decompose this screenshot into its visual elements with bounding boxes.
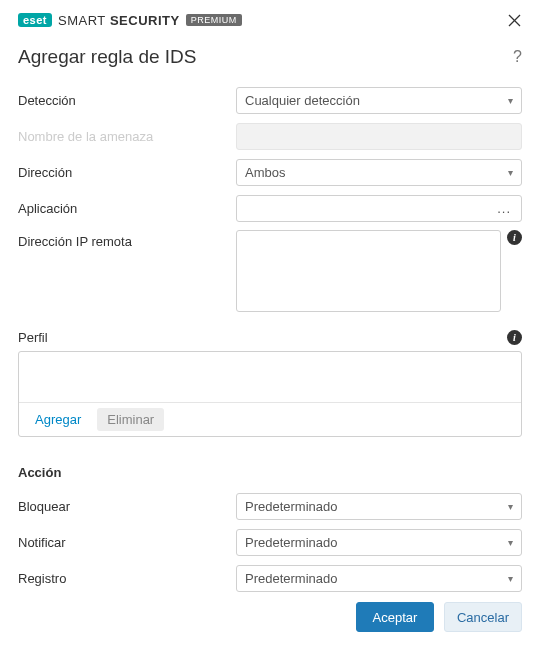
label-profile: Perfil xyxy=(18,330,48,345)
brand-text: SMART SECURITY xyxy=(58,13,180,28)
chevron-down-icon: ▾ xyxy=(508,501,513,512)
dialog-window: eset SMART SECURITY PREMIUM Agregar regl… xyxy=(0,0,540,650)
label-log: Registro xyxy=(18,571,236,586)
select-notify-value: Predeterminado xyxy=(245,535,338,550)
chevron-down-icon: ▾ xyxy=(508,573,513,584)
input-application[interactable]: ... xyxy=(236,195,522,222)
profile-list[interactable] xyxy=(19,352,521,402)
profile-box: Agregar Eliminar xyxy=(18,351,522,437)
select-notify[interactable]: Predeterminado ▾ xyxy=(236,529,522,556)
row-block: Bloquear Predeterminado ▾ xyxy=(18,492,522,520)
row-detection: Detección Cualquier detección ▾ xyxy=(18,86,522,114)
dialog-footer: Aceptar Cancelar xyxy=(0,588,540,650)
row-threat-name: Nombre de la amenaza xyxy=(18,122,522,150)
select-block[interactable]: Predeterminado ▾ xyxy=(236,493,522,520)
dialog-content: Detección Cualquier detección ▾ Nombre d… xyxy=(0,86,540,592)
delete-button[interactable]: Eliminar xyxy=(97,408,164,431)
textarea-remote-ip[interactable] xyxy=(236,230,501,312)
dialog-title: Agregar regla de IDS xyxy=(18,46,197,68)
info-icon[interactable]: i xyxy=(507,330,522,345)
close-icon[interactable] xyxy=(502,8,526,32)
select-detection-value: Cualquier detección xyxy=(245,93,360,108)
select-direction[interactable]: Ambos ▾ xyxy=(236,159,522,186)
select-log-value: Predeterminado xyxy=(245,571,338,586)
label-application: Aplicación xyxy=(18,201,236,216)
brand-security: SECURITY xyxy=(110,13,180,28)
brand-smart: SMART xyxy=(58,13,106,28)
add-button[interactable]: Agregar xyxy=(25,408,91,431)
titlebar: eset SMART SECURITY PREMIUM xyxy=(0,0,540,36)
section-action-title: Acción xyxy=(18,465,522,480)
label-direction: Dirección xyxy=(18,165,236,180)
help-icon[interactable]: ? xyxy=(513,48,522,66)
label-threat-name: Nombre de la amenaza xyxy=(18,129,236,144)
chevron-down-icon: ▾ xyxy=(508,167,513,178)
row-notify: Notificar Predeterminado ▾ xyxy=(18,528,522,556)
chevron-down-icon: ▾ xyxy=(508,537,513,548)
label-detection: Detección xyxy=(18,93,236,108)
profile-actions: Agregar Eliminar xyxy=(19,402,521,436)
cancel-button[interactable]: Cancelar xyxy=(444,602,522,632)
label-remote-ip: Dirección IP remota xyxy=(18,230,236,249)
row-direction: Dirección Ambos ▾ xyxy=(18,158,522,186)
more-icon[interactable]: ... xyxy=(497,201,513,216)
label-notify: Notificar xyxy=(18,535,236,550)
row-application: Aplicación ... xyxy=(18,194,522,222)
info-icon[interactable]: i xyxy=(507,230,522,245)
row-profile-label: Perfil i xyxy=(18,330,522,345)
brand-logo: eset xyxy=(18,13,52,27)
input-threat-name xyxy=(236,123,522,150)
accept-button[interactable]: Aceptar xyxy=(356,602,434,632)
select-direction-value: Ambos xyxy=(245,165,285,180)
chevron-down-icon: ▾ xyxy=(508,95,513,106)
brand-badge: PREMIUM xyxy=(186,14,242,26)
select-block-value: Predeterminado xyxy=(245,499,338,514)
brand: eset SMART SECURITY PREMIUM xyxy=(18,13,242,28)
row-remote-ip: Dirección IP remota i xyxy=(18,230,522,312)
label-block: Bloquear xyxy=(18,499,236,514)
select-detection[interactable]: Cualquier detección ▾ xyxy=(236,87,522,114)
dialog-header: Agregar regla de IDS ? xyxy=(0,36,540,86)
